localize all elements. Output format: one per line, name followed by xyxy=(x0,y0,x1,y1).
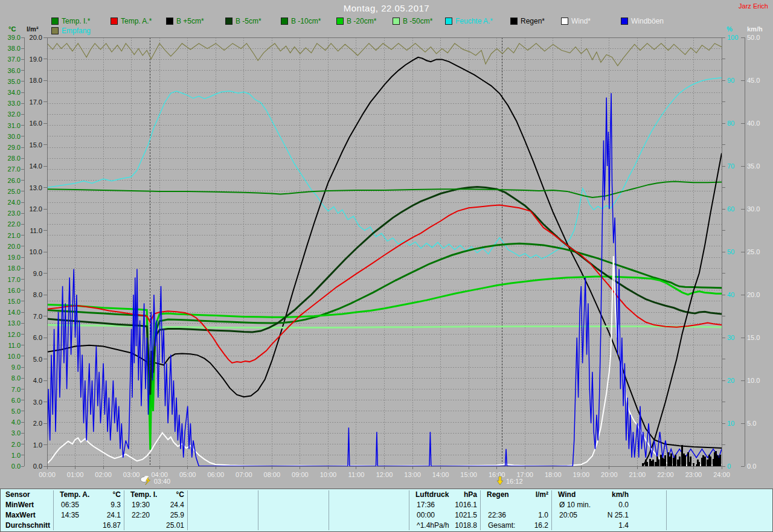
table-cell: 1018.8 xyxy=(409,521,477,530)
svg-text:21.0: 21.0 xyxy=(8,232,21,239)
svg-text:90: 90 xyxy=(727,77,734,84)
svg-text:4.0: 4.0 xyxy=(33,377,42,384)
table-cell: km/h xyxy=(552,490,629,499)
svg-text:01:00: 01:00 xyxy=(67,471,84,478)
svg-text:35.0: 35.0 xyxy=(747,162,760,170)
svg-text:24.0: 24.0 xyxy=(8,199,21,206)
svg-text:13.0: 13.0 xyxy=(8,319,21,327)
svg-text:32.0: 32.0 xyxy=(8,111,21,118)
svg-text:40: 40 xyxy=(727,291,734,298)
svg-text:15.0: 15.0 xyxy=(30,141,42,149)
table-cell: hPa xyxy=(409,490,477,499)
svg-text:00:00: 00:00 xyxy=(39,471,56,478)
rain-bar xyxy=(704,457,706,466)
svg-text:12.0: 12.0 xyxy=(30,205,42,213)
svg-text:100: 100 xyxy=(727,34,738,41)
svg-text:20.0: 20.0 xyxy=(30,34,42,41)
rain-bar xyxy=(675,455,676,467)
svg-text:19.0: 19.0 xyxy=(30,56,42,63)
svg-text:45.0: 45.0 xyxy=(747,77,760,84)
table-cell: N 25.1 xyxy=(552,511,629,520)
svg-text:29.0: 29.0 xyxy=(8,144,21,151)
table-cell: MinWert xyxy=(5,501,34,510)
rain-bar xyxy=(658,460,659,466)
svg-text:10:00: 10:00 xyxy=(320,471,337,478)
rain-bar xyxy=(646,462,648,466)
table-cell: 25.01 xyxy=(124,521,184,530)
svg-text:20:00: 20:00 xyxy=(601,471,618,478)
table-cell: 0.0 xyxy=(552,501,629,510)
svg-text:14.0: 14.0 xyxy=(30,162,42,170)
svg-text:10.0: 10.0 xyxy=(747,377,760,384)
table-cell: °C xyxy=(124,490,184,499)
svg-text:14.0: 14.0 xyxy=(8,309,21,316)
svg-text:50: 50 xyxy=(727,248,734,255)
svg-text:15.0: 15.0 xyxy=(747,334,760,341)
svg-text:02:00: 02:00 xyxy=(95,471,112,478)
svg-text:30.0: 30.0 xyxy=(8,133,21,140)
table-cell: 1016.1 xyxy=(409,501,477,510)
svg-text:08:00: 08:00 xyxy=(264,471,281,478)
table-column-divider xyxy=(329,490,329,530)
svg-text:10.0: 10.0 xyxy=(8,353,21,360)
event-time-label: 03:40 xyxy=(154,478,171,485)
table-cell: 1.4 xyxy=(552,521,629,530)
weather-dashboard: Montag, 22.05.2017 Jarz Erich Temp. I.*T… xyxy=(0,0,773,532)
svg-text:12.0: 12.0 xyxy=(8,331,21,338)
svg-text:03:00: 03:00 xyxy=(123,471,140,478)
rain-bar xyxy=(710,457,711,466)
svg-text:09:00: 09:00 xyxy=(292,471,309,478)
rain-bar xyxy=(679,457,681,466)
svg-text:14:00: 14:00 xyxy=(432,471,449,478)
svg-text:07:00: 07:00 xyxy=(236,471,252,478)
svg-text:19:00: 19:00 xyxy=(573,471,590,478)
svg-text:33.0: 33.0 xyxy=(8,100,21,107)
svg-text:37.0: 37.0 xyxy=(8,56,21,63)
svg-text:60: 60 xyxy=(727,205,734,213)
svg-text:15:00: 15:00 xyxy=(460,471,477,478)
table-cell: 16.2 xyxy=(481,521,548,530)
svg-text:30: 30 xyxy=(727,334,734,341)
svg-text:18.0: 18.0 xyxy=(8,264,21,272)
event-time-label: 16:12 xyxy=(506,478,523,485)
table-cell: Durchschnitt xyxy=(5,521,50,530)
svg-text:70: 70 xyxy=(727,162,734,170)
svg-text:4.0: 4.0 xyxy=(11,418,21,426)
svg-text:06:00: 06:00 xyxy=(207,471,224,478)
svg-text:39.0: 39.0 xyxy=(8,34,21,41)
svg-text:25.0: 25.0 xyxy=(8,188,21,195)
svg-text:20.0: 20.0 xyxy=(747,291,760,298)
svg-text:20: 20 xyxy=(727,377,734,384)
svg-text:11.0: 11.0 xyxy=(30,227,42,234)
svg-text:16:00: 16:00 xyxy=(489,471,505,478)
svg-text:11:00: 11:00 xyxy=(348,471,365,478)
svg-text:30.0: 30.0 xyxy=(747,205,760,213)
rain-bar xyxy=(693,463,694,466)
table-cell: 24.1 xyxy=(54,511,121,520)
svg-text:24:00: 24:00 xyxy=(713,471,730,478)
table-cell: Sensor xyxy=(5,490,30,499)
table-cell: 9.3 xyxy=(54,501,121,510)
rain-bar xyxy=(698,462,700,466)
rain-bar xyxy=(670,453,672,466)
svg-text:27.0: 27.0 xyxy=(8,165,21,173)
rain-bar xyxy=(664,455,666,466)
svg-text:11.0: 11.0 xyxy=(8,342,21,349)
svg-text:31.0: 31.0 xyxy=(8,122,21,129)
svg-text:17.0: 17.0 xyxy=(8,276,21,283)
table-cell: 16.87 xyxy=(54,521,121,530)
rain-bar xyxy=(719,455,721,467)
table-cell: 1.0 xyxy=(481,511,548,520)
svg-text:16.0: 16.0 xyxy=(8,287,21,294)
svg-text:19.0: 19.0 xyxy=(8,254,21,261)
svg-text:36.0: 36.0 xyxy=(8,67,21,74)
rain-bar xyxy=(684,455,686,466)
svg-text:34.0: 34.0 xyxy=(8,89,21,96)
chart-canvas: 0.01.02.03.04.05.06.07.08.09.010.011.012… xyxy=(0,0,773,532)
svg-text:13:00: 13:00 xyxy=(404,471,421,478)
svg-text:0.0: 0.0 xyxy=(747,463,756,470)
svg-text:7.0: 7.0 xyxy=(11,386,21,393)
svg-text:5.0: 5.0 xyxy=(747,420,756,427)
svg-text:22:00: 22:00 xyxy=(657,471,674,478)
svg-text:5.0: 5.0 xyxy=(11,408,21,415)
